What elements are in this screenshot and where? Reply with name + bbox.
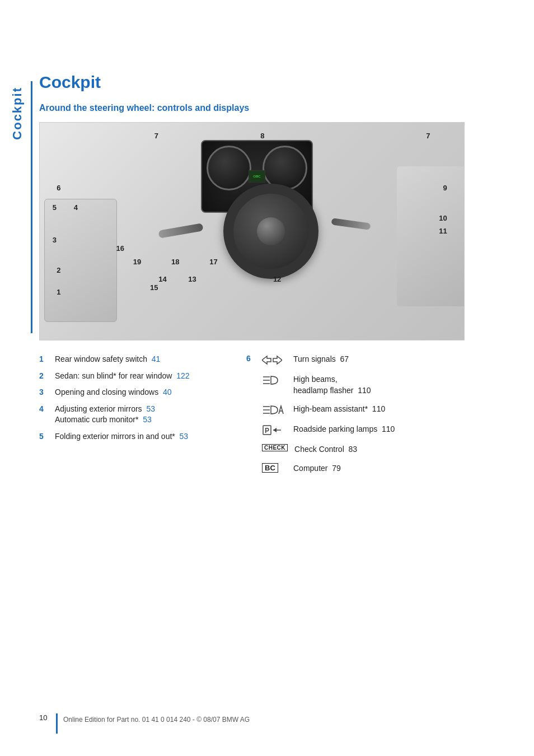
img-label-18: 18 [171,258,179,266]
page-ref-3: 40 [163,388,172,396]
bc-badge: BC [262,463,278,473]
items-left: 1 Rear window safety switch 41 2 Sedan: … [39,354,224,482]
right-item-label-check: Check Control 83 [294,444,357,455]
img-label-17: 17 [209,258,217,266]
page-ref-rs: 110 [382,424,395,433]
item-number-1: 1 [39,354,50,365]
page-ref-hb: 110 [358,386,371,395]
img-label-10: 10 [439,214,447,222]
img-label-7-left: 7 [154,132,158,140]
hb-assistant-svg [262,404,284,416]
list-item: 3 Opening and closing windows 40 [39,387,224,398]
right-item-high-beams: High beams,headlamp flasher 110 [246,374,517,396]
items-right: 6 Turn signals 67 [246,354,517,482]
right-item-roadside: P Roadside parking lamps 110 [246,424,517,436]
turn-signals-svg [262,354,282,366]
roadside-icon: P [262,424,289,436]
right-panel [397,166,464,306]
page-ref-check: 83 [349,445,358,454]
page-ref-4b: 53 [143,415,152,424]
bc-icon: BC [262,463,289,473]
list-item: 2 Sedan: sun blind* for rear window 122 [39,371,224,382]
high-beams-icon [262,374,289,386]
right-item-desc-rs: Roadside parking lamps 110 [293,424,395,435]
list-item: 5 Folding exterior mirrors in and out* 5… [39,431,224,442]
right-item-turn-signals: 6 Turn signals 67 [246,354,517,366]
img-label-7-right: 7 [426,132,430,140]
item-number-3: 3 [39,387,50,398]
roadside-svg: P [262,424,282,436]
dashboard-image: OBC 7 8 7 6 9 10 11 [39,122,465,340]
img-label-5: 5 [53,203,57,212]
img-label-4: 4 [74,203,78,212]
img-label-14: 14 [158,275,166,283]
check-badge: CHECK [262,444,288,451]
right-item-hb-assistant: High-beam assistant* 110 [246,404,517,416]
item-number-2: 2 [39,371,50,382]
items-container: 1 Rear window safety switch 41 2 Sedan: … [39,354,517,482]
page-title: Cockpit [39,73,517,92]
item-text-2: Sedan: sun blind* for rear window 122 [55,371,190,382]
main-content: Cockpit Around the steering wheel: contr… [39,73,517,482]
item-text-3: Opening and closing windows 40 [55,387,172,398]
right-item-number-6: 6 [246,354,257,363]
gauge-left [207,146,251,190]
item-text-1: Rear window safety switch 41 [55,354,160,365]
footer-blue-bar [56,713,58,734]
right-item-desc-hba: High-beam assistant* 110 [293,404,385,415]
high-beams-svg [262,374,282,386]
right-item-bc: BC Computer 79 [246,463,517,474]
page-ref-4: 53 [146,404,155,413]
img-label-2: 2 [57,266,60,274]
right-item-label-rs: Roadside parking lamps 110 [293,424,395,435]
left-border-accent [31,81,32,333]
footer-page-number: 10 [39,713,50,722]
page-ref-turn: 67 [340,354,349,363]
right-item-check: CHECK Check Control 83 [246,444,517,455]
sidebar-label: Cockpit [10,87,25,140]
dashboard-inner: OBC 7 8 7 6 9 10 11 [40,123,464,340]
svg-marker-0 [262,356,271,364]
page-footer: 10 Online Edition for Part no. 01 41 0 0… [39,713,517,734]
img-label-15: 15 [150,283,158,292]
img-label-11: 11 [439,227,447,235]
display-center: OBC [249,170,265,183]
list-item: 1 Rear window safety switch 41 [39,354,224,365]
page-container: Cockpit Cockpit Around the steering whee… [0,0,534,756]
img-label-3: 3 [53,236,57,244]
section-title: Around the steering wheel: controls and … [39,103,517,113]
page-ref-hba: 110 [372,404,385,413]
img-label-9: 9 [443,184,447,192]
right-item-label-hb: High beams,headlamp flasher 110 [293,374,371,396]
check-icon: CHECK [262,444,290,451]
item-text-4: Adjusting exterior mirrors 53Automatic c… [55,404,155,426]
list-item: 4 Adjusting exterior mirrors 53Automatic… [39,404,224,426]
page-ref-2: 122 [176,371,189,380]
svg-marker-1 [273,356,282,364]
right-item-desc-hb: High beams,headlamp flasher 110 [293,374,371,396]
steering-hub [257,217,285,245]
turn-signals-icon [262,354,289,366]
img-label-1: 1 [57,288,60,296]
img-label-6: 6 [57,184,60,192]
right-item-desc-bc: Computer 79 [293,463,341,474]
img-label-19: 19 [133,258,141,266]
stalk-left [158,223,204,239]
img-label-12: 12 [273,275,281,283]
right-item-label-turn: Turn signals 67 [293,354,349,365]
item-number-5: 5 [39,431,50,442]
svg-text:P: P [265,427,269,435]
steering-wheel [223,184,318,279]
page-ref-bc: 79 [332,464,341,473]
page-ref-1: 41 [152,354,161,363]
img-label-13: 13 [188,275,196,283]
item-text-5: Folding exterior mirrors in and out* 53 [55,431,188,442]
right-item-label-bc: Computer 79 [293,463,341,474]
img-label-16: 16 [116,244,124,253]
img-label-8: 8 [260,132,264,140]
page-ref-5: 53 [180,432,189,441]
right-item-desc-check: Check Control 83 [294,444,357,455]
right-item-label-hba: High-beam assistant* 110 [293,404,385,415]
footer-text: Online Edition for Part no. 01 41 0 014 … [63,713,250,725]
svg-marker-11 [273,428,277,432]
